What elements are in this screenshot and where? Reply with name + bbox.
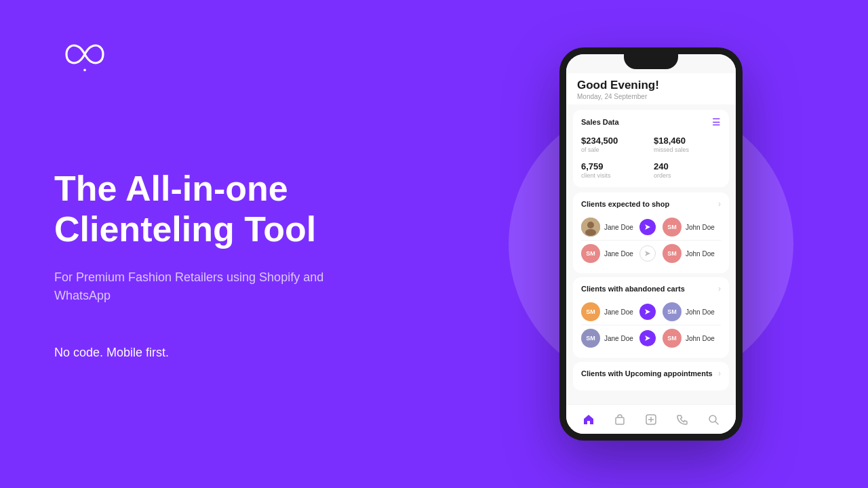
main-heading: The All-in-one Clienteling Tool [54, 169, 380, 250]
section-expected-header: Clients expected to shop › [581, 199, 721, 209]
client-right: SM John Doe [656, 302, 721, 321]
nav-search[interactable] [706, 412, 721, 427]
svg-point-0 [83, 69, 86, 72]
section-expected-title: Clients expected to shop [581, 200, 669, 208]
avatar: SM [581, 329, 600, 348]
sales-card: Sales Data ☰ $234,500 of sale $18,460 mi… [573, 110, 729, 187]
send-button-outline[interactable] [639, 245, 656, 262]
section-expected-chevron[interactable]: › [718, 199, 721, 209]
sales-card-header: Sales Data ☰ [581, 117, 721, 127]
logo [54, 34, 115, 77]
avatar: SM [663, 329, 682, 348]
section-abandoned-chevron[interactable]: › [718, 284, 721, 293]
svg-point-2 [587, 222, 594, 228]
client-name: John Doe [686, 335, 715, 342]
client-right: SM John Doe [656, 218, 721, 237]
avatar: SM [581, 244, 600, 263]
client-right: SM John Doe [656, 244, 721, 263]
client-row: Jane Doe SM John Doe [581, 214, 721, 241]
avatar-img [581, 218, 600, 237]
greeting-text: Good Evening! [577, 79, 725, 92]
avatar: SM [663, 244, 682, 263]
send-button[interactable] [639, 330, 656, 346]
section-abandoned-title: Clients with abandoned carts [581, 285, 685, 293]
nav-home[interactable] [581, 412, 596, 427]
phone-mockup: Good Evening! Monday, 24 September Sales… [559, 47, 743, 441]
sales-label-orders: orders [654, 172, 721, 179]
left-panel: The All-in-one Clienteling Tool For Prem… [0, 0, 434, 488]
section-upcoming-header: Clients with Upcoming appointments › [581, 369, 721, 378]
client-name: John Doe [686, 250, 715, 258]
sales-grid: $234,500 of sale $18,460 missed sales 6,… [581, 134, 721, 180]
sales-label-missed: missed sales [654, 146, 721, 153]
client-name: Jane Doe [604, 335, 633, 342]
sales-item-orders: 240 orders [654, 160, 721, 180]
client-name: John Doe [686, 308, 715, 316]
phone-notch [624, 54, 678, 69]
section-expected: Clients expected to shop › [573, 192, 729, 273]
client-left: SM Jane Doe [581, 329, 639, 348]
nav-bag[interactable] [612, 412, 627, 427]
client-row: SM Jane Doe SM John Doe [581, 241, 721, 266]
client-name: John Doe [686, 224, 715, 231]
client-left: SM Jane Doe [581, 302, 639, 321]
phone-screen: Good Evening! Monday, 24 September Sales… [566, 54, 736, 404]
sales-value-visits: 6,759 [581, 161, 648, 171]
client-left: Jane Doe [581, 218, 639, 237]
section-upcoming-title: Clients with Upcoming appointments [581, 369, 713, 378]
filter-icon[interactable]: ☰ [712, 117, 721, 127]
svg-rect-4 [616, 418, 624, 424]
section-abandoned: Clients with abandoned carts › SM Jane D… [573, 277, 729, 358]
sales-item-sale: $234,500 of sale [581, 134, 648, 155]
svg-point-3 [585, 229, 596, 236]
sales-item-missed: $18,460 missed sales [654, 134, 721, 155]
sub-heading: For Premium Fashion Retailers using Shop… [54, 268, 339, 305]
date-text: Monday, 24 September [577, 93, 725, 100]
section-upcoming-chevron[interactable]: › [718, 369, 721, 378]
sales-label-sale: of sale [581, 146, 648, 153]
send-button[interactable] [639, 219, 656, 235]
tagline: No code. Mobile first. [54, 346, 380, 360]
avatar: SM [663, 302, 682, 321]
sales-value-orders: 240 [654, 161, 721, 171]
sales-label-visits: client visits [581, 172, 648, 179]
nav-phone[interactable] [675, 412, 690, 427]
send-button[interactable] [639, 304, 656, 320]
client-name: Jane Doe [604, 224, 633, 231]
client-left: SM Jane Doe [581, 244, 639, 263]
sales-item-visits: 6,759 client visits [581, 160, 648, 180]
client-row: SM Jane Doe SM John Doe [581, 299, 721, 325]
client-name: Jane Doe [604, 250, 633, 258]
sales-value-sale: $234,500 [581, 136, 648, 146]
sales-title: Sales Data [581, 118, 619, 126]
avatar: SM [663, 218, 682, 237]
right-panel: Good Evening! Monday, 24 September Sales… [434, 0, 868, 488]
bottom-nav [566, 404, 736, 434]
client-right: SM John Doe [656, 329, 721, 348]
section-abandoned-header: Clients with abandoned carts › [581, 284, 721, 293]
screen-header: Good Evening! Monday, 24 September [566, 73, 736, 104]
avatar [581, 218, 600, 237]
client-name: Jane Doe [604, 308, 633, 316]
nav-plus[interactable] [644, 412, 658, 427]
sales-value-missed: $18,460 [654, 136, 721, 146]
client-row: SM Jane Doe SM John Doe [581, 325, 721, 351]
section-upcoming: Clients with Upcoming appointments › [573, 362, 729, 390]
avatar: SM [581, 302, 600, 321]
